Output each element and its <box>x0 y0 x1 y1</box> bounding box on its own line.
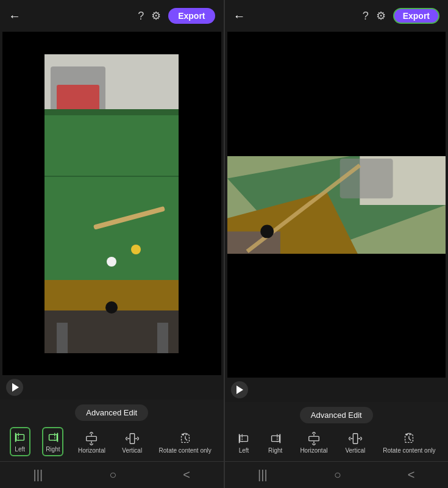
right-tool-horizontal[interactable]: Horizontal <box>297 429 330 456</box>
right-tool-vertical[interactable]: Vertical <box>343 429 368 456</box>
right-export-button[interactable]: Export <box>393 8 439 24</box>
svg-point-8 <box>107 257 116 267</box>
svg-rect-32 <box>271 436 279 441</box>
right-crop-left-icon <box>237 432 251 445</box>
left-tool-rotate[interactable]: Rotate content only <box>157 429 214 456</box>
left-tool-right[interactable]: Right <box>42 427 63 456</box>
right-tool-right-label: Right <box>268 447 282 454</box>
left-bottom-section: Advanced Edit Left <box>0 400 224 461</box>
right-tool-right[interactable]: Right <box>266 429 285 456</box>
right-tool-left-label: Left <box>239 447 249 454</box>
left-play-button[interactable] <box>6 379 23 396</box>
right-panel: ← ? ⚙ Export <box>225 0 449 488</box>
right-nav-home[interactable]: ○ <box>334 468 341 482</box>
svg-rect-30 <box>240 436 248 441</box>
svg-rect-4 <box>44 109 179 115</box>
right-middle-strip <box>227 156 446 254</box>
right-tool-rotate[interactable]: Rotate content only <box>380 429 438 456</box>
svg-point-28 <box>260 224 274 238</box>
left-nav-bar: ||| ○ < <box>0 461 224 488</box>
right-bottom-section: Advanced Edit Left <box>225 402 449 461</box>
svg-point-11 <box>105 301 118 314</box>
svg-rect-26 <box>340 158 393 198</box>
svg-rect-15 <box>16 434 24 440</box>
right-nav-back[interactable]: < <box>408 468 415 482</box>
left-video-preview <box>2 32 221 375</box>
right-advanced-edit-button[interactable]: Advanced Edit <box>300 407 373 423</box>
right-play-icon <box>236 386 243 394</box>
svg-rect-34 <box>353 434 357 444</box>
right-tool-rotate-label: Rotate content only <box>383 447 435 454</box>
left-vertical-icon <box>126 432 139 445</box>
left-top-bar: ← ? ⚙ Export <box>0 0 224 32</box>
left-panel: ← ? ⚙ Export <box>0 0 224 488</box>
right-bottom-black <box>227 254 446 378</box>
right-vertical-icon <box>349 432 362 445</box>
left-playback-bar <box>0 375 224 400</box>
right-settings-button[interactable]: ⚙ <box>376 9 386 23</box>
left-nav-home[interactable]: ○ <box>109 468 116 482</box>
svg-rect-17 <box>49 434 57 440</box>
left-tool-left-label: Left <box>15 446 25 453</box>
svg-rect-33 <box>309 436 319 440</box>
right-video-content <box>227 156 446 254</box>
left-nav-back[interactable]: < <box>183 468 190 482</box>
right-tool-vertical-label: Vertical <box>345 447 365 454</box>
right-nav-bar: ||| ○ < <box>225 461 449 488</box>
svg-rect-13 <box>157 323 168 353</box>
left-back-button[interactable]: ← <box>9 9 21 23</box>
left-tool-vertical[interactable]: Vertical <box>119 429 144 456</box>
left-advanced-edit-button[interactable]: Advanced Edit <box>75 404 148 421</box>
right-playback-bar <box>225 378 449 402</box>
left-crop-left-icon <box>13 431 27 444</box>
left-tools-row: Left Right <box>0 425 224 461</box>
svg-point-7 <box>131 245 141 254</box>
right-tools-row: Left Right <box>225 427 449 461</box>
right-tool-left[interactable]: Left <box>235 429 253 456</box>
left-export-button[interactable]: Export <box>168 8 215 24</box>
left-nav-menu[interactable]: ||| <box>34 468 43 482</box>
left-tool-vertical-label: Vertical <box>122 447 142 454</box>
right-top-black <box>227 32 446 156</box>
left-rotate-icon <box>179 432 192 445</box>
right-play-button[interactable] <box>231 381 248 398</box>
svg-rect-3 <box>44 109 179 280</box>
svg-rect-18 <box>87 436 97 440</box>
right-video-preview <box>227 32 446 378</box>
right-crop-right-icon <box>269 432 282 445</box>
left-crop-right-icon <box>46 431 60 444</box>
left-tool-horizontal-label: Horizontal <box>78 447 105 454</box>
left-tool-left[interactable]: Left <box>10 427 30 456</box>
right-top-bar: ← ? ⚙ Export <box>225 0 449 32</box>
left-video-content <box>44 54 179 353</box>
left-tool-right-label: Right <box>46 446 60 453</box>
right-horizontal-icon <box>307 432 321 445</box>
left-play-icon <box>12 383 19 392</box>
left-tool-horizontal[interactable]: Horizontal <box>76 429 108 456</box>
left-settings-button[interactable]: ⚙ <box>151 9 161 23</box>
svg-rect-19 <box>130 434 134 444</box>
right-back-button[interactable]: ← <box>233 9 246 23</box>
left-help-button[interactable]: ? <box>138 10 144 23</box>
right-nav-menu[interactable]: ||| <box>258 468 268 482</box>
svg-rect-12 <box>57 323 68 353</box>
right-tool-horizontal-label: Horizontal <box>300 447 327 454</box>
right-help-button[interactable]: ? <box>363 10 369 23</box>
left-tool-rotate-label: Rotate content only <box>159 447 212 454</box>
left-horizontal-icon <box>85 432 98 445</box>
right-rotate-icon <box>402 432 416 445</box>
